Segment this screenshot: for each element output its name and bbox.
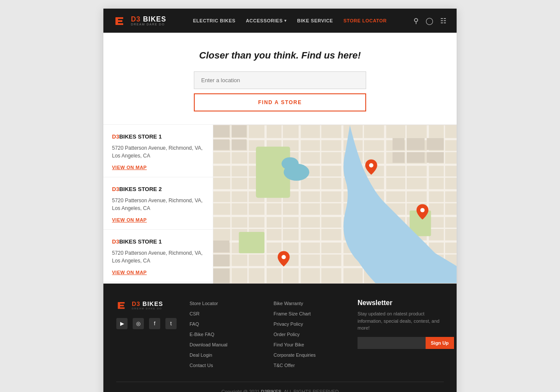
map-svg: [213, 125, 457, 284]
footer-link-deal-login[interactable]: Deal Login: [190, 352, 212, 358]
svg-rect-18: [299, 125, 301, 283]
user-icon[interactable]: ◯: [426, 17, 433, 25]
svg-rect-39: [427, 152, 444, 163]
page-wrapper: D3 BIKES DREAM DARE DO ELECTRIC BIKES AC…: [103, 9, 457, 392]
store-address-3: 5720 Patterson Avenue, Richmond, VA,Los …: [112, 249, 204, 265]
logo-text: D3 BIKES DREAM DARE DO: [131, 16, 166, 26]
svg-rect-1: [115, 17, 117, 25]
footer-socials: ▶ ◎ f t: [116, 318, 177, 329]
footer-link-find-bike[interactable]: Find Your Bike: [274, 342, 304, 347]
svg-point-45: [420, 208, 425, 212]
footer-link-order-policy[interactable]: Order Policy: [274, 332, 300, 337]
footer-logo-icon: [116, 299, 128, 311]
find-store-button[interactable]: FIND A STORE: [194, 93, 366, 111]
store-card-2: D3BIKES STORE 2 5720 Patterson Avenue, R…: [103, 177, 213, 230]
svg-rect-19: [320, 125, 321, 283]
logo-icon: [114, 14, 128, 28]
store-name-2: D3BIKES STORE 2: [112, 186, 204, 192]
view-on-map-2[interactable]: VIEW ON MAP: [112, 217, 204, 222]
footer-link-frame-size[interactable]: Frame Size Chart: [274, 311, 311, 316]
svg-rect-20: [341, 125, 343, 283]
svg-rect-43: [213, 269, 230, 283]
footer-link-store-locator[interactable]: Store Locator: [190, 301, 218, 306]
newsletter-description: Stay updated on nlatest product informat…: [358, 310, 444, 332]
newsletter-form: Sign Up: [358, 337, 444, 349]
svg-rect-41: [213, 241, 230, 253]
svg-rect-15: [247, 125, 249, 283]
footer-newsletter-col: Newsletter Stay updated on nlatest produ…: [358, 299, 444, 371]
navbar: D3 BIKES DREAM DARE DO ELECTRIC BIKES AC…: [103, 9, 457, 33]
view-on-map-1[interactable]: VIEW ON MAP: [112, 165, 204, 170]
footer-links-col-2: Bike Warranty Frame Size Chart Privacy P…: [274, 299, 345, 371]
svg-rect-32: [232, 125, 247, 137]
svg-rect-42: [213, 254, 230, 266]
twitter-icon[interactable]: t: [165, 318, 177, 329]
chevron-down-icon: ▾: [284, 19, 287, 23]
locator-content: D3BIKES STORE 1 5720 Patterson Avenue, R…: [103, 124, 457, 284]
search-container: FIND A STORE: [194, 71, 366, 111]
footer-logo[interactable]: D3 BIKES DREAM DARE DO: [116, 299, 177, 311]
svg-rect-31: [213, 125, 230, 137]
footer-link-ebike-faq[interactable]: E-Bike FAQ: [190, 332, 214, 337]
footer-copyright: Copyright @ 2021 D3BIKES, ALL RIGHTS RES…: [116, 389, 444, 392]
youtube-icon[interactable]: ▶: [116, 318, 128, 329]
cart-icon[interactable]: ☷: [440, 17, 446, 25]
footer-logo-tagline: DREAM DARE DO: [132, 307, 163, 310]
store-card-1: D3BIKES STORE 1 5720 Patterson Avenue, R…: [103, 125, 213, 177]
svg-rect-40: [407, 152, 425, 163]
footer-link-bike-warranty[interactable]: Bike Warranty: [274, 301, 303, 306]
svg-rect-6: [213, 176, 457, 178]
nav-accessories[interactable]: ACCESSORIES ▾: [246, 18, 287, 23]
footer-links-col-1: Store Locator CSR FAQ E-Bike FAQ Downloa…: [190, 299, 261, 371]
newsletter-signup-button[interactable]: Sign Up: [426, 337, 454, 349]
footer-bottom: Copyright @ 2021 D3BIKES, ALL RIGHTS RES…: [116, 382, 444, 392]
footer-link-faq[interactable]: FAQ: [190, 321, 199, 327]
svg-rect-4: [213, 151, 457, 152]
footer-link-csr[interactable]: CSR: [190, 311, 199, 316]
svg-rect-8: [213, 202, 457, 204]
navbar-nav: ELECTRIC BIKES ACCESSORIES ▾ BIKE SERVIC…: [193, 18, 387, 23]
nav-store-locator[interactable]: STORE LOCATOR: [343, 18, 387, 23]
footer-top: D3 BIKES DREAM DARE DO ▶ ◎ f t Store Loc…: [116, 299, 444, 371]
footer-logo-col: D3 BIKES DREAM DARE DO ▶ ◎ f t: [116, 299, 177, 371]
svg-rect-37: [407, 138, 425, 150]
map-area[interactable]: [213, 125, 457, 284]
footer-logo-text: D3 BIKES DREAM DARE DO: [132, 300, 163, 310]
logo[interactable]: D3 BIKES DREAM DARE DO: [114, 14, 166, 28]
svg-rect-47: [118, 302, 119, 309]
store-address-2: 5720 Patterson Avenue, Richmond, VA,Los …: [112, 197, 204, 212]
nav-electric-bikes[interactable]: ELECTRIC BIKES: [193, 18, 236, 23]
footer-link-privacy[interactable]: Privacy Policy: [274, 321, 303, 327]
view-on-map-3[interactable]: VIEW ON MAP: [112, 270, 204, 275]
footer-link-tc-offer[interactable]: T&C Offer: [274, 363, 295, 368]
instagram-icon[interactable]: ◎: [133, 318, 144, 329]
logo-brand: D3 BIKES: [131, 16, 166, 23]
footer-link-contact-us[interactable]: Contact Us: [190, 363, 213, 368]
nav-bike-service[interactable]: BIKE SERVICE: [297, 18, 333, 23]
store-address-1: 5720 Patterson Avenue, Richmond, VA,Los …: [112, 144, 204, 160]
store-list: D3BIKES STORE 1 5720 Patterson Avenue, R…: [103, 125, 213, 284]
facebook-icon[interactable]: f: [149, 318, 160, 329]
svg-point-30: [282, 157, 299, 170]
hero-title: Closer than you think. Find us here!: [112, 50, 448, 61]
svg-rect-34: [213, 139, 230, 150]
svg-rect-36: [392, 152, 404, 163]
location-search-input[interactable]: [194, 71, 366, 89]
svg-rect-27: [239, 232, 264, 253]
svg-rect-5: [213, 164, 457, 166]
footer: D3 BIKES DREAM DARE DO ▶ ◎ f t Store Loc…: [103, 284, 457, 392]
newsletter-email-input[interactable]: [358, 337, 426, 349]
svg-rect-38: [427, 138, 444, 150]
svg-rect-7: [213, 189, 457, 191]
svg-rect-35: [392, 138, 404, 150]
store-card-3: D3BIKES STORE 1 5720 Patterson Avenue, R…: [103, 230, 213, 282]
logo-tagline: DREAM DARE DO: [131, 23, 166, 26]
navbar-icons: ⚲ ◯ ☷: [414, 17, 446, 25]
search-icon[interactable]: ⚲: [414, 17, 419, 25]
svg-rect-14: [230, 125, 232, 283]
footer-link-download-manual[interactable]: Download Manual: [190, 342, 227, 347]
store-name-1: D3BIKES STORE 1: [112, 133, 204, 140]
footer-logo-brand: D3 BIKES: [132, 300, 163, 307]
footer-link-corporate[interactable]: Corporate Enquiries: [274, 352, 316, 358]
svg-point-46: [282, 255, 286, 259]
